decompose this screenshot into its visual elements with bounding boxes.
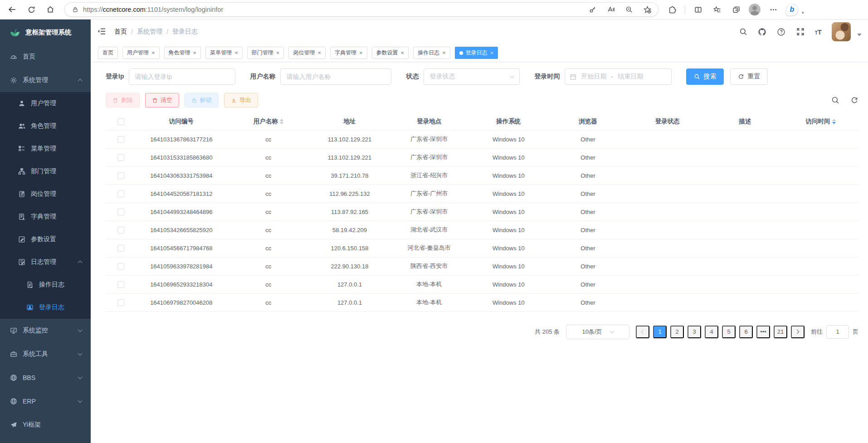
sidebar-item-系统监控[interactable]: 系统监控 (0, 319, 91, 342)
date-range-picker[interactable]: 开始日期 - 结束日期 (565, 68, 672, 85)
read-aloud-icon[interactable] (605, 4, 616, 15)
toggle-search-icon[interactable] (831, 96, 839, 104)
extensions-icon[interactable] (666, 3, 678, 16)
row-checkbox[interactable] (117, 245, 124, 252)
sidebar-item-操作日志[interactable]: 操作日志 (0, 273, 91, 296)
home-icon[interactable] (43, 2, 58, 17)
row-checkbox[interactable] (117, 209, 124, 215)
sidebar-item-登录日志[interactable]: 登录日志 (0, 296, 91, 319)
sidebar-item-部门管理[interactable]: 部门管理 (0, 160, 91, 183)
row-checkbox[interactable] (117, 172, 124, 179)
reset-button[interactable]: 重置 (730, 68, 768, 85)
login-ip-input[interactable] (129, 68, 235, 85)
tab-菜单管理[interactable]: 菜单管理× (205, 47, 243, 59)
user-avatar[interactable] (832, 22, 851, 41)
refresh-icon[interactable] (24, 2, 39, 17)
zoom-out-icon[interactable] (624, 4, 634, 15)
column-header-用户名称[interactable]: 用户名称 (227, 113, 310, 130)
row-checkbox[interactable] (117, 190, 124, 197)
delete-button[interactable]: 删除 (106, 93, 140, 107)
tab-操作日志[interactable]: 操作日志× (413, 47, 450, 59)
sidebar-item-BBS[interactable]: BBS (0, 366, 91, 389)
font-size-icon[interactable]: TT (815, 28, 822, 36)
sidebar-item-首页[interactable]: 首页 (0, 45, 91, 68)
page-button-1[interactable]: 1 (653, 326, 667, 338)
status-select[interactable]: 登录状态 (424, 68, 520, 85)
pager-ellipsis[interactable]: ••• (756, 326, 770, 338)
back-icon[interactable] (5, 2, 20, 17)
close-icon[interactable]: × (490, 50, 494, 56)
close-icon[interactable]: × (234, 50, 238, 56)
github-icon[interactable] (758, 27, 767, 36)
page-button-21[interactable]: 21 (774, 326, 787, 338)
column-header-访问时间[interactable]: 访问时间 (783, 113, 858, 130)
sidebar-item-菜单管理[interactable]: 菜单管理 (0, 137, 91, 160)
bing-caret-icon[interactable]: ▾ (802, 10, 804, 16)
sidebar-item-岗位管理[interactable]: 岗位管理 (0, 183, 91, 205)
page-button-3[interactable]: 3 (688, 326, 701, 338)
favorite-star-add-icon[interactable] (642, 4, 653, 15)
breadcrumb-home[interactable]: 首页 (114, 28, 127, 36)
close-icon[interactable]: × (401, 50, 405, 56)
row-checkbox[interactable] (117, 227, 124, 234)
header-search-icon[interactable] (739, 27, 748, 36)
row-checkbox[interactable] (117, 154, 124, 161)
close-icon[interactable]: × (151, 50, 155, 56)
address-bar[interactable]: https://ccnetcore.com:1101/system/log/lo… (64, 2, 658, 17)
tab-首页[interactable]: 首页 (98, 47, 118, 59)
page-button-2[interactable]: 2 (670, 326, 684, 338)
app-logo[interactable]: 意框架管理系统 (0, 19, 91, 45)
browser-profile-avatar[interactable] (749, 4, 761, 15)
close-icon[interactable]: × (317, 50, 321, 56)
close-icon[interactable]: × (276, 50, 280, 56)
tab-参数设置[interactable]: 参数设置× (372, 47, 409, 59)
sidebar-item-系统管理[interactable]: 系统管理 (0, 68, 91, 92)
tab-角色管理[interactable]: 角色管理× (164, 47, 201, 59)
unlock-button[interactable]: 解锁 (185, 93, 219, 107)
sidebar-item-参数设置[interactable]: 参数设置 (0, 228, 91, 251)
clear-button[interactable]: 清空 (145, 93, 179, 107)
sidebar-item-字典管理[interactable]: 字典管理 (0, 205, 91, 228)
close-icon[interactable]: × (193, 50, 197, 56)
select-all-checkbox[interactable] (117, 118, 124, 125)
export-button[interactable]: 导出 (224, 93, 258, 107)
sidebar-item-系统工具[interactable]: 系统工具 (0, 342, 91, 366)
close-icon[interactable]: × (442, 50, 446, 56)
row-checkbox[interactable] (117, 263, 124, 270)
sidebar-item-ERP[interactable]: ERP (0, 389, 91, 413)
site-permissions-lock-icon[interactable] (71, 5, 79, 14)
page-button-6[interactable]: 6 (739, 326, 753, 338)
sidebar-fold-icon[interactable] (97, 27, 107, 37)
breadcrumb-system[interactable]: 系统管理 (137, 28, 162, 36)
row-checkbox[interactable] (117, 136, 124, 143)
sidebar-item-角色管理[interactable]: 角色管理 (0, 115, 91, 137)
password-key-icon[interactable] (587, 4, 598, 15)
favorites-bar-icon[interactable] (711, 3, 723, 16)
more-options-icon[interactable] (767, 3, 780, 16)
page-size-select[interactable]: 10条/页 (566, 325, 629, 339)
sidebar-item-Yi框架[interactable]: Yi框架 (0, 413, 91, 437)
fullscreen-icon[interactable] (796, 27, 805, 36)
avatar-caret-icon[interactable] (857, 34, 862, 36)
help-icon[interactable] (777, 27, 786, 36)
tab-字典管理[interactable]: 字典管理× (330, 47, 367, 59)
split-screen-icon[interactable] (692, 3, 704, 16)
tab-登录日志[interactable]: 登录日志× (455, 47, 498, 59)
bing-chat-icon[interactable]: b (786, 4, 798, 16)
page-button-5[interactable]: 5 (722, 326, 736, 338)
tab-用户管理[interactable]: 用户管理× (122, 47, 160, 59)
collections-icon[interactable] (730, 3, 742, 16)
refresh-table-icon[interactable] (850, 96, 858, 104)
search-button[interactable]: 搜索 (686, 68, 724, 85)
sort-icon[interactable] (280, 119, 283, 124)
user-name-input[interactable] (280, 68, 391, 85)
sidebar-item-用户管理[interactable]: 用户管理 (0, 92, 91, 115)
close-icon[interactable]: × (359, 50, 363, 56)
next-page-button[interactable] (791, 326, 805, 338)
tab-部门管理[interactable]: 部门管理× (247, 47, 284, 59)
row-checkbox[interactable] (117, 281, 124, 288)
sidebar-item-日志管理[interactable]: 日志管理 (0, 251, 91, 273)
prev-page-button[interactable] (636, 326, 649, 338)
sort-icon[interactable] (832, 119, 836, 124)
tab-岗位管理[interactable]: 岗位管理× (288, 47, 326, 59)
